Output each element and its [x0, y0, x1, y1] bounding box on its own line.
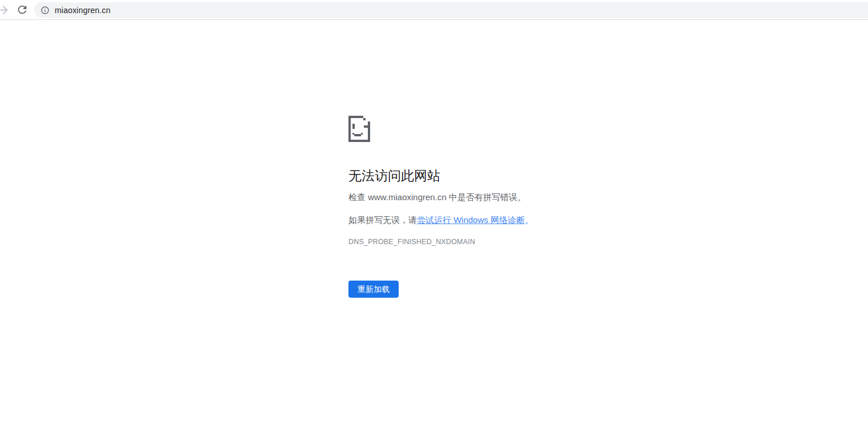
- error-suggestion: 如果拼写无误，请尝试运行 Windows 网络诊断。: [348, 214, 533, 226]
- reload-button[interactable]: [16, 3, 29, 16]
- suggestion-prefix: 如果拼写无误，请: [348, 215, 417, 225]
- reload-icon: [16, 9, 29, 18]
- url-text[interactable]: miaoxingren.cn: [55, 6, 111, 15]
- error-check-message: 检查 www.miaoxingren.cn 中是否有拼写错误。: [348, 191, 526, 204]
- forward-arrow-icon: [0, 10, 10, 19]
- error-title: 无法访问此网站: [348, 167, 440, 185]
- forward-button[interactable]: [0, 3, 10, 17]
- address-bar[interactable]: miaoxingren.cn: [34, 2, 868, 18]
- info-icon[interactable]: [40, 6, 50, 15]
- browser-toolbar: miaoxingren.cn: [0, 0, 868, 20]
- error-code: DNS_PROBE_FINISHED_NXDOMAIN: [348, 237, 475, 247]
- page-reload-button[interactable]: 重新加载: [348, 281, 399, 298]
- network-diagnostics-link[interactable]: 尝试运行 Windows 网络诊断: [417, 215, 525, 225]
- error-page: 无法访问此网站 检查 www.miaoxingren.cn 中是否有拼写错误。 …: [348, 116, 702, 310]
- suggestion-suffix: 。: [525, 215, 533, 225]
- sad-file-icon: [348, 116, 370, 144]
